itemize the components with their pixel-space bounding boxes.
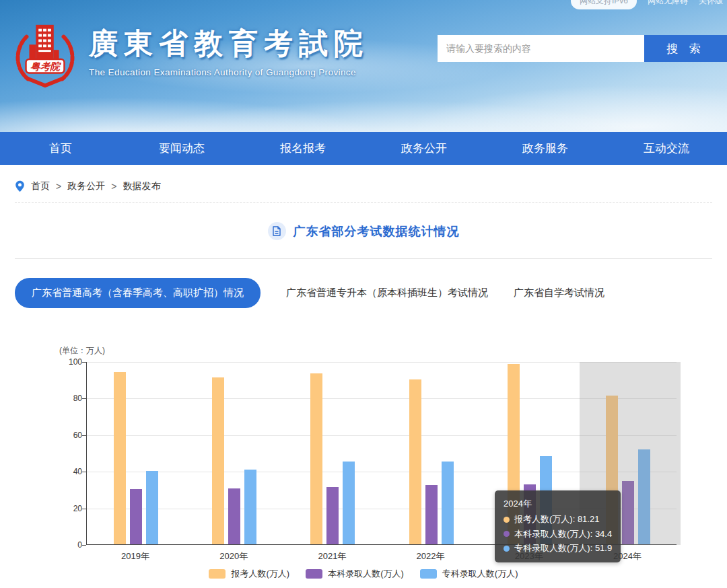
- site-logo-emblem-icon[interactable]: 粤考院: [9, 18, 81, 94]
- y-axis-label: 20: [57, 504, 82, 513]
- bar[interactable]: [442, 462, 454, 544]
- bar[interactable]: [212, 377, 224, 544]
- utility-links: 网站支持IPv6 网站无障碍 关怀版: [571, 0, 723, 9]
- y-axis-label: 100: [57, 357, 82, 367]
- chart-unit-label: (单位：万人): [59, 345, 105, 357]
- main-nav: 首页 要闻动态 报名报考 政务公开 政务服务 互动交流: [0, 132, 727, 165]
- tooltip-title: 2024年: [504, 497, 612, 511]
- chart-tooltip: 2024年 报考人数(万人): 81.21 本科录取人数(万人): 34.4 专…: [495, 490, 621, 562]
- exam-statistics-chart: (单位：万人) 2024年 报考人数(万人): 81.21 本科录取人数(万人)…: [0, 338, 727, 588]
- y-axis-tick: [82, 509, 86, 509]
- search-button[interactable]: 搜 索: [644, 35, 727, 62]
- tab-self-study[interactable]: 广东省自学考试情况: [514, 287, 604, 299]
- legend-swatch: [209, 569, 226, 579]
- nav-item-home[interactable]: 首页: [0, 132, 121, 165]
- y-axis-tick: [82, 435, 86, 436]
- breadcrumb: 首页 > 政务公开 > 数据发布: [15, 176, 712, 203]
- search-bar: 搜 索: [438, 35, 727, 62]
- page-title-section: 广东省部分考试数据统计情况: [15, 203, 712, 259]
- location-pin-icon: [15, 180, 25, 192]
- x-axis-label: 2019年: [105, 550, 166, 562]
- site-name-en: The Education Examinations Authority of …: [89, 67, 369, 77]
- bar[interactable]: [244, 470, 256, 544]
- bar[interactable]: [409, 379, 421, 544]
- series-dot-undergrad: [504, 531, 510, 537]
- bar[interactable]: [146, 471, 158, 544]
- bar[interactable]: [326, 487, 339, 544]
- y-axis-label: 60: [57, 431, 82, 440]
- search-input[interactable]: [438, 35, 644, 62]
- bar[interactable]: [130, 489, 142, 544]
- chart-legend: 报考人数(万人)本科录取人数(万人)专科录取人数(万人): [0, 568, 727, 580]
- series-dot-vocational: [504, 546, 510, 552]
- bar[interactable]: [228, 488, 240, 544]
- y-axis-tick: [82, 545, 86, 546]
- legend-item[interactable]: 专科录取人数(万人): [420, 568, 518, 580]
- accessibility-link[interactable]: 网站无障碍: [648, 0, 688, 9]
- legend-swatch: [420, 569, 437, 579]
- breadcrumb-gov-disclosure[interactable]: 政务公开: [67, 180, 105, 192]
- y-axis-label: 0: [57, 540, 82, 550]
- breadcrumb-data-release[interactable]: 数据发布: [123, 180, 160, 192]
- tooltip-row-text: 报考人数(万人): 81.21: [514, 512, 599, 526]
- site-header: 网站支持IPv6 网站无障碍 关怀版 粤考院 廣東省教育考試院 The Educ…: [0, 0, 727, 132]
- exam-tabs: 广东省普通高考（含春季高考、高职扩招）情况 广东省普通专升本（原本科插班生）考试…: [15, 278, 712, 308]
- nav-item-interaction[interactable]: 互动交流: [606, 132, 727, 165]
- tooltip-row-text: 专科录取人数(万人): 51.9: [514, 541, 612, 555]
- tooltip-row: 本科录取人数(万人): 34.4: [504, 527, 612, 541]
- nav-item-registration[interactable]: 报名报考: [242, 132, 364, 165]
- nav-item-gov-disclosure[interactable]: 政务公开: [364, 132, 485, 165]
- x-axis-label: 2022年: [401, 550, 461, 562]
- breadcrumb-separator: >: [111, 181, 116, 192]
- y-axis-label: 80: [57, 394, 82, 403]
- tab-zhuanshengben[interactable]: 广东省普通专升本（原本科插班生）考试情况: [286, 287, 488, 299]
- y-axis-label: 40: [57, 467, 82, 476]
- bar[interactable]: [343, 462, 355, 544]
- breadcrumb-separator: >: [56, 181, 61, 192]
- bar-group-2022年: [409, 362, 454, 544]
- tooltip-row-text: 本科录取人数(万人): 34.4: [514, 527, 612, 541]
- bar-group-2019年: [114, 362, 158, 544]
- tooltip-row: 报考人数(万人): 81.21: [504, 512, 612, 526]
- series-dot-applicants: [504, 517, 510, 523]
- tooltip-row: 专科录取人数(万人): 51.9: [504, 541, 612, 555]
- bar[interactable]: [114, 372, 126, 544]
- bar-group-2021年: [310, 362, 355, 544]
- x-axis-label: 2021年: [302, 550, 362, 562]
- y-axis-tick: [82, 398, 86, 399]
- logo-text: 粤考院: [30, 61, 61, 72]
- legend-item[interactable]: 本科录取人数(万人): [306, 568, 404, 580]
- legend-label: 报考人数(万人): [231, 568, 289, 580]
- bar[interactable]: [425, 485, 438, 544]
- legend-label: 本科录取人数(万人): [328, 568, 404, 580]
- tab-general-gaokao[interactable]: 广东省普通高考（含春季高考、高职扩招）情况: [15, 278, 261, 308]
- bar-group-2020年: [212, 362, 256, 544]
- y-axis-tick: [82, 472, 86, 472]
- legend-label: 专科录取人数(万人): [442, 568, 518, 580]
- page-title: 广东省部分考试数据统计情况: [293, 223, 460, 240]
- site-name-cn: 廣東省教育考試院: [89, 24, 369, 63]
- y-axis-tick: [82, 362, 86, 363]
- breadcrumb-home[interactable]: 首页: [31, 180, 50, 192]
- document-icon: [268, 222, 286, 240]
- nav-item-gov-services[interactable]: 政务服务: [485, 132, 606, 165]
- bar[interactable]: [310, 373, 322, 544]
- x-axis-label: 2020年: [203, 550, 264, 562]
- ipv6-badge[interactable]: 网站支持IPv6: [571, 0, 637, 9]
- nav-item-news[interactable]: 要闻动态: [121, 132, 242, 165]
- care-mode-link[interactable]: 关怀版: [699, 0, 723, 9]
- legend-swatch: [306, 569, 322, 579]
- legend-item[interactable]: 报考人数(万人): [209, 568, 289, 580]
